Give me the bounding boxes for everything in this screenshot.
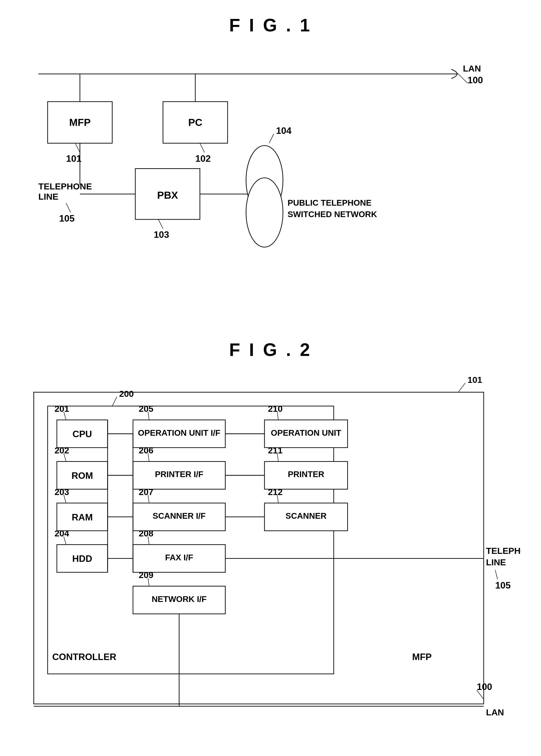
svg-text:LINE: LINE bbox=[486, 557, 506, 567]
svg-rect-20 bbox=[135, 168, 200, 219]
svg-rect-71 bbox=[133, 545, 226, 572]
svg-text:CPU: CPU bbox=[73, 429, 92, 439]
svg-text:NETWORK I/F: NETWORK I/F bbox=[152, 594, 207, 604]
svg-rect-31 bbox=[34, 392, 484, 704]
svg-text:211: 211 bbox=[268, 445, 283, 455]
svg-text:201: 201 bbox=[55, 404, 69, 414]
svg-line-39 bbox=[64, 412, 66, 420]
svg-line-6 bbox=[75, 143, 80, 153]
svg-rect-88 bbox=[265, 461, 347, 489]
svg-text:LAN: LAN bbox=[463, 64, 481, 73]
svg-line-65 bbox=[148, 453, 149, 461]
svg-line-47 bbox=[64, 495, 66, 503]
svg-line-86 bbox=[277, 412, 278, 420]
svg-line-10 bbox=[200, 143, 205, 153]
svg-text:TELEPHONE: TELEPHONE bbox=[38, 181, 92, 191]
svg-point-26 bbox=[246, 178, 283, 247]
svg-rect-63 bbox=[133, 461, 226, 489]
svg-line-32 bbox=[458, 383, 465, 392]
svg-rect-59 bbox=[133, 420, 226, 448]
svg-text:101: 101 bbox=[467, 375, 482, 385]
svg-text:209: 209 bbox=[139, 570, 154, 580]
fig2-title: F I G . 2 bbox=[20, 339, 521, 360]
svg-line-17 bbox=[66, 203, 71, 212]
svg-line-35 bbox=[112, 397, 117, 406]
svg-text:PC: PC bbox=[188, 117, 203, 128]
svg-text:102: 102 bbox=[195, 153, 211, 164]
svg-rect-92 bbox=[265, 503, 347, 531]
svg-text:210: 210 bbox=[268, 404, 283, 414]
svg-text:200: 200 bbox=[119, 389, 134, 399]
fig2-area: 101 200 CPU 201 ROM 202 RAM 203 bbox=[20, 370, 521, 756]
svg-text:OPERATION UNIT: OPERATION UNIT bbox=[271, 428, 341, 437]
svg-rect-34 bbox=[48, 406, 334, 674]
svg-text:203: 203 bbox=[55, 487, 69, 497]
svg-text:205: 205 bbox=[139, 404, 154, 414]
svg-text:105: 105 bbox=[495, 580, 511, 590]
svg-rect-4 bbox=[48, 102, 112, 143]
svg-text:PUBLIC TELEPHONE: PUBLIC TELEPHONE bbox=[288, 198, 372, 207]
svg-line-94 bbox=[277, 495, 278, 503]
svg-line-3 bbox=[458, 74, 467, 83]
svg-line-51 bbox=[64, 536, 66, 544]
svg-text:MFP: MFP bbox=[412, 652, 432, 662]
svg-text:103: 103 bbox=[154, 229, 169, 240]
svg-rect-45 bbox=[57, 503, 108, 531]
svg-rect-75 bbox=[133, 586, 226, 614]
svg-text:FAX I/F: FAX I/F bbox=[165, 553, 193, 562]
svg-text:RAM: RAM bbox=[72, 512, 93, 522]
svg-rect-41 bbox=[57, 461, 108, 489]
svg-text:PBX: PBX bbox=[157, 189, 178, 201]
svg-rect-67 bbox=[133, 503, 226, 531]
svg-text:HDD: HDD bbox=[72, 553, 92, 564]
svg-text:100: 100 bbox=[477, 681, 492, 692]
svg-text:204: 204 bbox=[55, 528, 69, 538]
svg-point-25 bbox=[246, 146, 283, 215]
svg-text:100: 100 bbox=[467, 75, 483, 85]
svg-text:MFP: MFP bbox=[69, 117, 91, 128]
svg-text:LINE: LINE bbox=[38, 192, 58, 201]
svg-text:SWITCHED NETWORK: SWITCHED NETWORK bbox=[288, 210, 377, 219]
svg-text:ROM: ROM bbox=[72, 470, 93, 481]
svg-line-69 bbox=[148, 495, 149, 503]
svg-text:PRINTER I/F: PRINTER I/F bbox=[155, 470, 203, 479]
fig1-area: LAN 100 MFP 101 PC 102 TELEPHO bbox=[20, 45, 521, 320]
svg-text:202: 202 bbox=[55, 445, 69, 455]
svg-line-27 bbox=[269, 134, 274, 143]
svg-rect-37 bbox=[57, 420, 108, 448]
svg-text:105: 105 bbox=[59, 213, 75, 224]
svg-line-22 bbox=[159, 219, 163, 229]
svg-line-77 bbox=[148, 578, 149, 586]
svg-text:PRINTER: PRINTER bbox=[288, 470, 324, 479]
svg-rect-84 bbox=[265, 420, 347, 448]
svg-text:OPERATION UNIT I/F: OPERATION UNIT I/F bbox=[138, 428, 221, 437]
svg-text:101: 101 bbox=[66, 153, 81, 164]
svg-text:208: 208 bbox=[139, 528, 154, 538]
svg-text:206: 206 bbox=[139, 445, 154, 455]
page: F I G . 1 LAN 100 MFP 101 PC 102 bbox=[0, 0, 541, 756]
svg-text:TELEPHONE: TELEPHONE bbox=[486, 546, 521, 556]
svg-text:CONTROLLER: CONTROLLER bbox=[52, 652, 116, 662]
fig1-title: F I G . 1 bbox=[20, 15, 521, 35]
svg-rect-49 bbox=[57, 545, 108, 572]
svg-rect-8 bbox=[163, 102, 228, 143]
svg-line-61 bbox=[148, 412, 149, 420]
svg-line-105 bbox=[477, 690, 484, 699]
svg-text:207: 207 bbox=[139, 487, 154, 497]
svg-text:SCANNER: SCANNER bbox=[285, 511, 326, 520]
svg-line-90 bbox=[277, 453, 278, 461]
svg-text:SCANNER I/F: SCANNER I/F bbox=[153, 511, 206, 520]
svg-line-100 bbox=[495, 570, 497, 579]
svg-line-43 bbox=[64, 453, 66, 461]
svg-text:LAN: LAN bbox=[486, 707, 504, 717]
svg-text:104: 104 bbox=[276, 125, 291, 136]
svg-line-73 bbox=[148, 536, 149, 544]
svg-text:212: 212 bbox=[268, 487, 283, 497]
